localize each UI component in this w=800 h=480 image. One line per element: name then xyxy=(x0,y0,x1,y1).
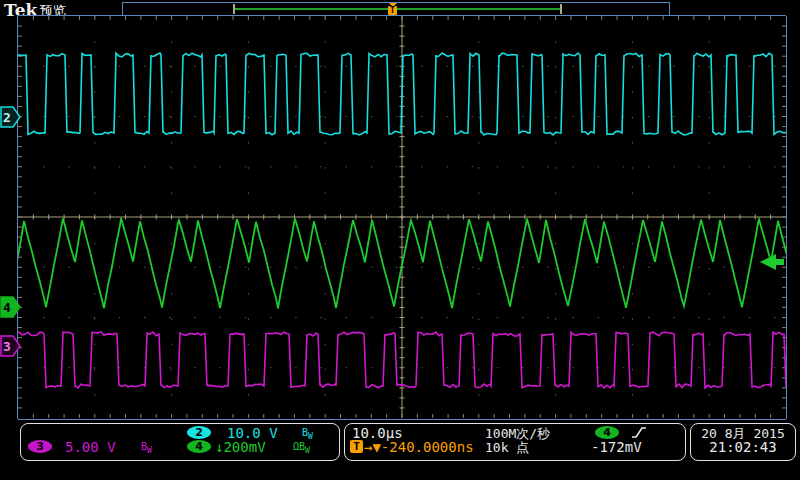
record-length-readout: 10k 点 xyxy=(485,439,529,457)
svg-text:2: 2 xyxy=(3,110,11,125)
time-readout: 21:02:43 xyxy=(691,439,795,455)
trigger-slope-rising-icon xyxy=(631,426,647,440)
trigger-source-badge[interactable]: 4 xyxy=(595,426,619,439)
svg-text:3: 3 xyxy=(3,339,11,354)
oscilloscope-screen: Tek 预览 T T 2 4 3 3 5.00 V B xyxy=(0,0,800,480)
ch2-bandwidth-icon: BW xyxy=(302,427,313,441)
ch4-scale-readout[interactable]: ↓200mV xyxy=(215,439,266,455)
trigger-level-arrow[interactable] xyxy=(754,250,788,274)
trigger-t-icon: T xyxy=(350,440,363,453)
vertical-readout-box: 3 5.00 V BW 2 10.0 V BW 4 ↓200mV ΩBW xyxy=(20,423,340,461)
trigger-level-readout[interactable]: -172mV xyxy=(591,439,642,455)
svg-text:4: 4 xyxy=(3,300,11,315)
ch3-reference-marker[interactable]: 3 xyxy=(1,336,20,356)
ch4-badge[interactable]: 4 xyxy=(187,440,211,453)
ch4-reference-marker[interactable]: 4 xyxy=(1,297,20,317)
horizontal-trigger-readout-box: 10.0μs 100M次/秒 T →▼-240.0000ns 10k 点 4 -… xyxy=(344,423,686,461)
ch3-scale-readout[interactable]: 5.00 V xyxy=(65,439,116,455)
datetime-box: 20 8月 2015 21:02:43 xyxy=(690,423,796,461)
ch2-badge[interactable]: 2 xyxy=(187,426,211,439)
channel-markers: 2 4 3 xyxy=(0,0,22,480)
ch2-reference-marker[interactable]: 2 xyxy=(1,107,20,127)
trigger-delay-readout[interactable]: →▼-240.0000ns xyxy=(364,439,474,455)
ch3-bandwidth-icon: BW xyxy=(141,441,152,455)
ch3-badge[interactable]: 3 xyxy=(28,440,52,453)
ch4-impedance-bandwidth-icon: ΩBW xyxy=(293,441,310,455)
waveform-display xyxy=(0,0,800,480)
delay-arrow-icons: →▼ xyxy=(364,439,381,455)
